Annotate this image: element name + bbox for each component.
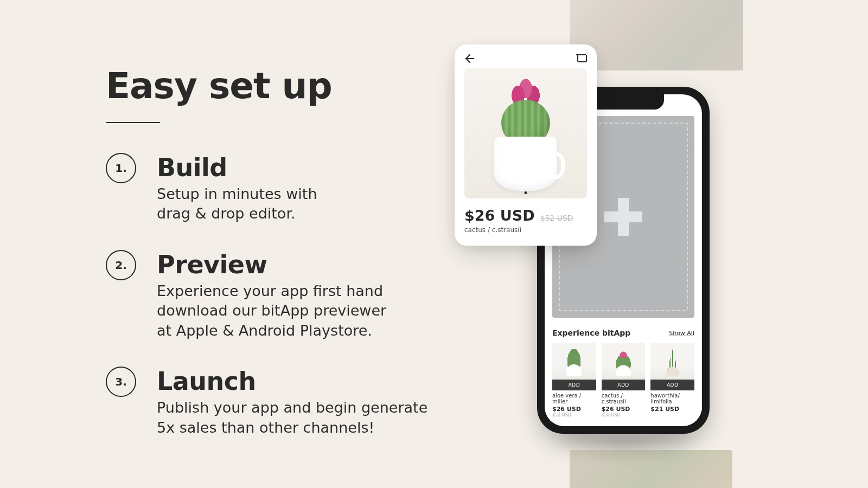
step-desc: Publish your app and begin generate 5x s… xyxy=(157,398,427,438)
step-title: Preview xyxy=(157,250,386,279)
product-name: haworthia/ limifolia xyxy=(650,393,694,404)
card-old-price: $52 USD xyxy=(540,214,573,222)
step-title: Launch xyxy=(157,367,427,396)
product-old-price: $52 USD xyxy=(602,413,646,418)
product-name: aloe vera / miller xyxy=(552,393,596,404)
product-card[interactable]: ADD cactus / c.strausii $26 USD $52 USD xyxy=(602,343,646,418)
step-desc: Experience your app first hand download … xyxy=(157,281,386,341)
add-button[interactable]: ADD xyxy=(602,380,646,390)
add-button[interactable]: ADD xyxy=(552,380,596,390)
step-number: 2. xyxy=(106,250,136,280)
page-title: Easy set up xyxy=(106,65,453,107)
show-all-link[interactable]: Show All xyxy=(669,330,694,337)
add-button[interactable]: ADD xyxy=(650,380,694,390)
step-launch: 3. Launch Publish your app and begin gen… xyxy=(106,367,453,438)
product-card[interactable]: ADD aloe vera / miller $26 USD $52 USD xyxy=(552,343,596,418)
product-price: $26 USD xyxy=(552,406,596,413)
product-image xyxy=(464,68,587,198)
pager-dot xyxy=(525,191,527,194)
step-title: Build xyxy=(157,153,317,182)
product-price: $26 USD xyxy=(602,406,646,413)
cart-icon[interactable] xyxy=(576,53,587,64)
step-desc: Setup in minutes with drag & drop editor… xyxy=(157,184,317,224)
product-detail-card: $26 USD $52 USD cactus / c.strausii xyxy=(455,44,597,246)
step-number: 1. xyxy=(106,153,136,183)
card-price: $26 USD xyxy=(464,207,535,224)
divider xyxy=(106,122,160,123)
background-photo xyxy=(570,450,732,488)
product-name: cactus / c.strausii xyxy=(602,393,646,404)
product-card[interactable]: ADD haworthia/ limifolia $21 USD xyxy=(650,343,694,418)
step-preview: 2. Preview Experience your app first han… xyxy=(106,250,453,341)
plus-icon xyxy=(604,198,642,236)
back-icon[interactable] xyxy=(464,53,475,64)
product-price: $21 USD xyxy=(650,406,694,413)
step-number: 3. xyxy=(106,367,136,397)
section-title: Experience bitApp xyxy=(552,329,630,337)
step-build: 1. Build Setup in minutes with drag & dr… xyxy=(106,153,453,224)
card-product-name: cactus / c.strausii xyxy=(464,226,587,234)
product-old-price: $52 USD xyxy=(552,413,596,418)
